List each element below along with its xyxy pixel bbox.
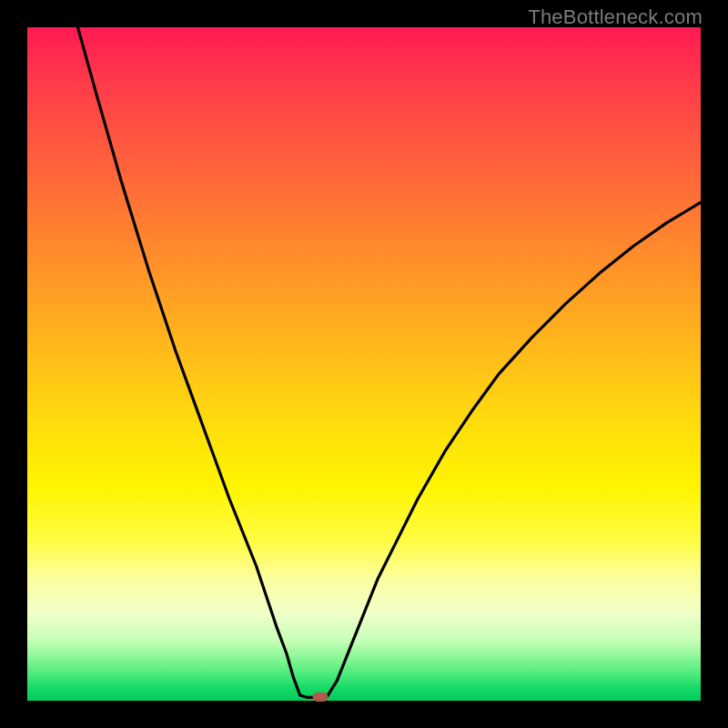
bottleneck-curve (78, 27, 702, 697)
attribution-label: TheBottleneck.com (528, 5, 703, 29)
chart-stage: TheBottleneck.com (0, 0, 728, 728)
bottom-marker (312, 693, 328, 702)
plot-area (27, 27, 701, 701)
curve-layer (27, 27, 701, 701)
